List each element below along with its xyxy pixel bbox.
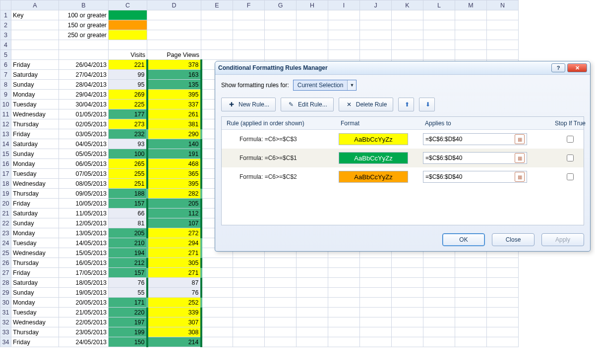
- cell[interactable]: Wednesday: [11, 317, 59, 327]
- cell[interactable]: 29/04/2013: [59, 90, 109, 100]
- cell[interactable]: 199: [109, 327, 147, 337]
- cell[interactable]: Wednesday: [11, 248, 59, 258]
- cell[interactable]: [455, 40, 487, 50]
- cell[interactable]: 197: [109, 317, 147, 327]
- cell[interactable]: 19/05/2013: [59, 288, 109, 298]
- row-header[interactable]: 14: [0, 139, 11, 149]
- row-header[interactable]: 34: [0, 337, 11, 347]
- cell[interactable]: [455, 288, 487, 298]
- cell[interactable]: [455, 317, 487, 327]
- cell[interactable]: [265, 327, 297, 337]
- cell[interactable]: 378: [147, 60, 201, 70]
- column-header[interactable]: H: [297, 0, 328, 10]
- row-header[interactable]: 10: [0, 100, 11, 109]
- cell[interactable]: [297, 308, 328, 317]
- cell[interactable]: 225: [109, 100, 147, 109]
- row-header[interactable]: 23: [0, 228, 11, 238]
- cell[interactable]: [487, 288, 519, 298]
- cell[interactable]: Saturday: [11, 278, 59, 288]
- cell[interactable]: [328, 40, 360, 50]
- cell[interactable]: Sunday: [11, 288, 59, 298]
- column-header[interactable]: J: [360, 0, 392, 10]
- column-header[interactable]: N: [487, 0, 519, 10]
- cell[interactable]: Friday: [11, 268, 59, 278]
- cell[interactable]: [265, 40, 297, 50]
- cell[interactable]: 205: [109, 228, 147, 238]
- cell[interactable]: Monday: [11, 159, 59, 169]
- cell[interactable]: [265, 298, 297, 308]
- row-header[interactable]: 33: [0, 327, 11, 337]
- row-header[interactable]: 31: [0, 308, 11, 317]
- column-header[interactable]: C: [109, 0, 147, 10]
- row-header[interactable]: 13: [0, 129, 11, 139]
- cell[interactable]: Thursday: [11, 327, 59, 337]
- cell[interactable]: Monday: [11, 90, 59, 100]
- cell[interactable]: [455, 278, 487, 288]
- cell[interactable]: [392, 268, 423, 278]
- cell[interactable]: [201, 20, 233, 30]
- select-all-corner[interactable]: [0, 0, 11, 10]
- ok-button[interactable]: OK: [442, 233, 485, 246]
- cell[interactable]: Wednesday: [11, 179, 59, 189]
- cell[interactable]: [455, 20, 487, 30]
- cell[interactable]: 308: [147, 327, 201, 337]
- applies-to-input[interactable]: =$C$6:$D$40▦: [423, 171, 527, 183]
- cell[interactable]: 261: [147, 109, 201, 119]
- cell[interactable]: Friday: [11, 60, 59, 70]
- cell[interactable]: 381: [147, 119, 201, 129]
- cell[interactable]: [487, 30, 519, 40]
- cell[interactable]: [297, 10, 328, 20]
- cell[interactable]: 337: [147, 100, 201, 109]
- new-rule-button[interactable]: ✚ New Rule...: [221, 98, 276, 111]
- cell[interactable]: 188: [109, 189, 147, 199]
- cell[interactable]: 76: [147, 288, 201, 298]
- cell[interactable]: 365: [147, 169, 201, 179]
- cell[interactable]: 18/05/2013: [59, 278, 109, 288]
- cell[interactable]: 251: [109, 179, 147, 189]
- row-header[interactable]: 1: [0, 10, 11, 20]
- show-rules-for-select[interactable]: Current Selection ▼: [293, 80, 357, 91]
- cell[interactable]: [487, 298, 519, 308]
- cell[interactable]: [59, 40, 109, 50]
- cell[interactable]: 282: [147, 189, 201, 199]
- cell[interactable]: [392, 288, 423, 298]
- cell[interactable]: [360, 40, 392, 50]
- cell[interactable]: [455, 258, 487, 268]
- cell[interactable]: [297, 317, 328, 327]
- row-header[interactable]: 19: [0, 189, 11, 199]
- cell[interactable]: [328, 288, 360, 298]
- row-header[interactable]: 17: [0, 169, 11, 179]
- column-header[interactable]: K: [392, 0, 423, 10]
- column-header[interactable]: L: [423, 0, 455, 10]
- cell[interactable]: [392, 258, 423, 268]
- cell[interactable]: 01/05/2013: [59, 109, 109, 119]
- row-header[interactable]: 12: [0, 119, 11, 129]
- column-header[interactable]: B: [59, 0, 109, 10]
- rule-row[interactable]: Formula: =C6>=$C$1AaBbCcYyZz=$C$6:$D$40▦: [222, 149, 584, 167]
- cell[interactable]: Wednesday: [11, 109, 59, 119]
- cell[interactable]: [233, 50, 265, 60]
- cell[interactable]: 95: [109, 80, 147, 90]
- cell[interactable]: [360, 258, 392, 268]
- cell[interactable]: 171: [109, 298, 147, 308]
- row-header[interactable]: 32: [0, 317, 11, 327]
- cell[interactable]: [233, 30, 265, 40]
- cell[interactable]: [360, 30, 392, 40]
- cell[interactable]: 93: [109, 139, 147, 149]
- cell[interactable]: 150 or greater: [59, 20, 109, 30]
- cell[interactable]: [455, 268, 487, 278]
- row-header[interactable]: 6: [0, 60, 11, 70]
- move-rule-down-button[interactable]: ⬇: [419, 98, 435, 111]
- cell[interactable]: 11/05/2013: [59, 208, 109, 218]
- cell[interactable]: [328, 20, 360, 30]
- cell[interactable]: 339: [147, 308, 201, 317]
- cell[interactable]: 87: [147, 278, 201, 288]
- cell[interactable]: [487, 308, 519, 317]
- stop-if-true-checkbox[interactable]: [567, 155, 574, 161]
- cell[interactable]: 07/05/2013: [59, 169, 109, 179]
- cell[interactable]: 220: [109, 308, 147, 317]
- cell[interactable]: [392, 40, 423, 50]
- move-rule-up-button[interactable]: ⬆: [398, 98, 414, 111]
- cell[interactable]: 294: [147, 238, 201, 248]
- cell[interactable]: [109, 40, 147, 50]
